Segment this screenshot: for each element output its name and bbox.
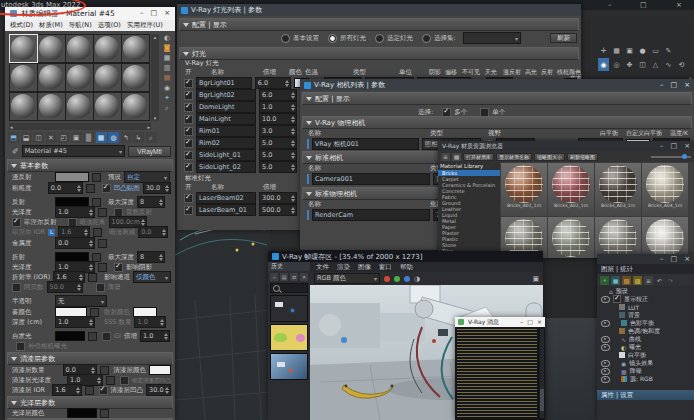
- minimize-icon[interactable]: –: [660, 256, 664, 263]
- render-icon[interactable]: [637, 44, 648, 57]
- sss-amount-spinner[interactable]: 1.0: [134, 316, 166, 328]
- light-mult-spinner[interactable]: 5.0: [259, 149, 297, 161]
- menu-file[interactable]: 文件: [316, 263, 329, 272]
- light-mult-spinner[interactable]: 6.0: [259, 89, 297, 101]
- glossiness-map-button[interactable]: [98, 208, 107, 217]
- menu-help[interactable]: 帮助: [400, 263, 413, 272]
- thin-walled-checkbox[interactable]: [96, 283, 105, 292]
- close-icon[interactable]: ×: [164, 10, 170, 17]
- minimize-icon[interactable]: –: [140, 10, 144, 17]
- layer-item[interactable]: LUT: [597, 303, 694, 311]
- material-slot[interactable]: [94, 64, 121, 91]
- add-rendel-icon[interactable]: [611, 276, 620, 285]
- menu-mode[interactable]: 模式(D): [10, 21, 33, 30]
- mirror-icon[interactable]: [624, 44, 635, 57]
- light-name-field[interactable]: LaserBeam02: [196, 192, 256, 204]
- camera-name-field[interactable]: RenderCam: [312, 209, 430, 221]
- affect-shadows-checkbox[interactable]: [114, 263, 123, 272]
- history-compare-icon[interactable]: [290, 273, 298, 281]
- video-check-icon[interactable]: [164, 74, 171, 82]
- thumb-size-slider[interactable]: [651, 156, 691, 158]
- light-name-field[interactable]: SideLight_01: [196, 149, 256, 161]
- light-on-checkbox[interactable]: [184, 79, 193, 88]
- menu-utilities[interactable]: 实用程序(U): [127, 21, 163, 30]
- light-name-field[interactable]: DomeLight: [196, 101, 256, 113]
- camera-lister-titlebar[interactable]: V-Ray 相机列表 | 参数 – □ ×: [300, 79, 694, 91]
- radio-all-lights[interactable]: [328, 34, 337, 43]
- assign-material-icon[interactable]: [33, 132, 44, 143]
- history-save-icon[interactable]: [270, 273, 278, 281]
- material-slot[interactable]: [122, 64, 149, 91]
- coat-bump-checkbox[interactable]: [99, 386, 108, 395]
- select-by-material-icon[interactable]: [165, 104, 169, 112]
- show-map-icon[interactable]: [96, 132, 107, 143]
- material-thumb[interactable]: Bricks_A01_1m: [501, 163, 547, 216]
- history-load-icon[interactable]: [280, 273, 288, 281]
- curve-editor-icon[interactable]: [663, 44, 674, 57]
- coat-ior-spinner[interactable]: 1.6: [52, 384, 81, 396]
- refract-gloss-map-button[interactable]: [98, 263, 107, 272]
- light-name-field[interactable]: MainLight: [196, 113, 256, 125]
- light-mult-spinner[interactable]: 3.0: [259, 125, 297, 137]
- abbe-checkbox[interactable]: [12, 283, 21, 292]
- minimize-icon[interactable]: –: [660, 82, 664, 89]
- light-mult-spinner[interactable]: 6.0: [255, 77, 291, 89]
- pick-material-icon[interactable]: [12, 147, 19, 156]
- material-slot[interactable]: [10, 64, 37, 91]
- selfillum-swatch[interactable]: [55, 331, 85, 341]
- select-object-icon[interactable]: [598, 58, 609, 71]
- open-library-button[interactable]: 打开材质库: [463, 153, 494, 161]
- coat-gloss-map-button[interactable]: [106, 376, 115, 385]
- material-slot[interactable]: [122, 93, 149, 120]
- light-name-field[interactable]: LaserBeam_01: [196, 204, 256, 216]
- vfb-titlebar[interactable]: V-Ray 帧缓存区 - [35.4% of 2000 x 1273]: [268, 251, 543, 262]
- eye-icon[interactable]: [601, 320, 610, 327]
- get-material-icon[interactable]: [8, 132, 19, 143]
- material-editor-titlebar[interactable]: 材质编辑器 - Material #45 – □ ×: [5, 7, 175, 20]
- diffuse-map-button[interactable]: [92, 173, 101, 182]
- grid-icon[interactable]: [611, 44, 622, 57]
- light-mult-spinner[interactable]: 5.0: [259, 137, 297, 149]
- go-to-parent-icon[interactable]: [121, 132, 132, 143]
- thumb-size-button[interactable]: 缩略图大小: [534, 153, 565, 161]
- green-channel-icon[interactable]: [394, 276, 400, 282]
- maximize-icon[interactable]: □: [151, 10, 158, 17]
- config-rollout[interactable]: 配置 | 显示: [302, 92, 692, 105]
- log-scrollbar[interactable]: [540, 329, 544, 418]
- menu-image[interactable]: 图像: [358, 263, 371, 272]
- minimize-icon[interactable]: –: [520, 319, 523, 325]
- material-slot[interactable]: [38, 93, 65, 120]
- maximize-icon[interactable]: □: [671, 82, 678, 89]
- light-on-checkbox[interactable]: [184, 139, 193, 148]
- eye-icon[interactable]: [601, 344, 610, 351]
- fresnel-checkbox[interactable]: [12, 218, 21, 227]
- sample-vscroll[interactable]: [151, 34, 159, 121]
- add-folder-icon[interactable]: [622, 276, 631, 285]
- light-name-field[interactable]: Rim01: [196, 125, 256, 137]
- metalness-spinner[interactable]: 0.0: [55, 237, 95, 249]
- close-icon[interactable]: ×: [676, 1, 682, 9]
- blue-channel-icon[interactable]: [404, 276, 410, 282]
- sheen-map-button[interactable]: [100, 409, 109, 418]
- bump-spinner[interactable]: 30.0: [143, 182, 171, 194]
- layer-item[interactable]: 曲线: [597, 335, 694, 343]
- dimfall-spinner[interactable]: 0.0: [138, 226, 168, 238]
- refresh-button[interactable]: 刷新: [550, 33, 577, 43]
- config-rollout[interactable]: 配置 | 显示: [179, 18, 579, 31]
- layer-manager-icon[interactable]: [650, 44, 661, 57]
- ior-map-button[interactable]: [93, 228, 102, 237]
- light-on-checkbox[interactable]: [184, 127, 193, 136]
- material-type-button[interactable]: VRayMtl: [128, 146, 171, 157]
- region-render-icon[interactable]: [532, 275, 539, 283]
- light-mult-spinner[interactable]: 10.0: [259, 113, 297, 125]
- menu-render[interactable]: 渲染: [337, 263, 350, 272]
- material-thumb[interactable]: Bricks_A04_1m: [642, 163, 688, 216]
- snap-icon[interactable]: [598, 44, 609, 57]
- light-lister-titlebar[interactable]: V-Ray 灯光列表 | 参数: [177, 4, 581, 16]
- sample-type-icon[interactable]: [164, 34, 170, 42]
- menu-window[interactable]: 窗口: [379, 263, 392, 272]
- matlib-titlebar[interactable]: V-Ray 材质资源浏览器 – □ ×: [438, 141, 694, 151]
- minimize-icon[interactable]: –: [608, 1, 612, 9]
- vray-physical-camera-rollout[interactable]: V-Ray 物理相机: [302, 116, 692, 129]
- mirror2-icon[interactable]: [663, 58, 674, 71]
